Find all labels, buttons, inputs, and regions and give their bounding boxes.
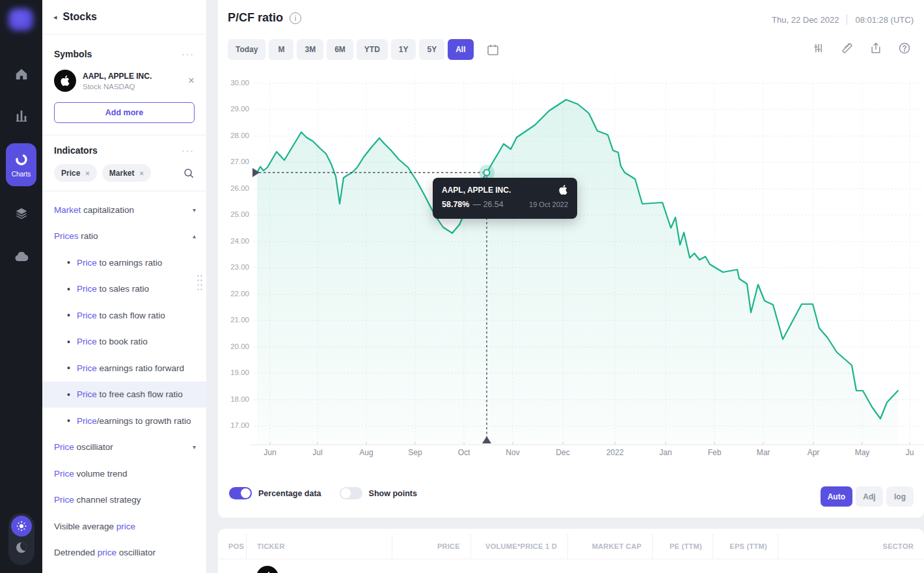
- y-axis-label: 24.00: [221, 237, 249, 245]
- range-button-ytd[interactable]: YTD: [357, 39, 388, 60]
- x-axis-label: Ju: [895, 448, 924, 457]
- info-icon[interactable]: i: [290, 12, 301, 24]
- x-axis-label: 2022: [601, 448, 629, 457]
- remove-symbol-icon[interactable]: ×: [188, 74, 195, 87]
- home-icon[interactable]: [0, 67, 42, 81]
- indicators-heading: Indicators: [54, 145, 98, 156]
- scale-button-adj[interactable]: Adj: [856, 486, 883, 507]
- calendar-icon[interactable]: [486, 43, 500, 57]
- table-row[interactable]: 1 AAPL: [218, 559, 924, 573]
- y-axis-label: 20.00: [221, 342, 249, 350]
- range-button-6m[interactable]: 6M: [327, 39, 353, 60]
- remove-filter-icon[interactable]: ×: [85, 169, 89, 177]
- scale-button-log[interactable]: log: [886, 486, 914, 507]
- x-axis-label: Jun: [256, 448, 284, 457]
- dark-theme-button moon-icon[interactable]: [16, 542, 27, 553]
- indicator-item[interactable]: Prices ratio▴: [42, 223, 206, 250]
- symbols-menu-icon[interactable]: ···: [182, 49, 195, 59]
- highlighted-point: [484, 170, 490, 176]
- indicator-filters: Price × Market ×: [42, 164, 206, 182]
- indicator-item[interactable]: Price volume trend: [42, 460, 206, 487]
- x-axis-label: Sep: [401, 448, 429, 457]
- x-axis-label: Aug: [352, 448, 381, 457]
- indicator-item[interactable]: Detrended price oscilliator: [42, 540, 206, 566]
- x-axis-label: Nov: [498, 448, 527, 457]
- measure-ruler-icon[interactable]: [841, 42, 854, 55]
- range-button-5y[interactable]: 5Y: [419, 39, 444, 60]
- column-header[interactable]: POS: [218, 534, 246, 559]
- indicator-item[interactable]: •Price to earnings ratio: [42, 249, 206, 276]
- indicator-item[interactable]: •Price to book ratio: [42, 329, 206, 356]
- apple-logo-avatar: [54, 70, 76, 92]
- analytics-icon[interactable]: [0, 108, 42, 122]
- column-header[interactable]: SECTOR: [778, 534, 924, 559]
- scale-button-auto[interactable]: Auto: [821, 486, 852, 507]
- datetime-divider: [847, 14, 847, 25]
- layers-icon[interactable]: [0, 206, 42, 221]
- y-axis-label: 18.00: [221, 395, 249, 403]
- indicator-item[interactable]: •Price to sales ratio: [42, 276, 206, 303]
- symbol-subtitle: Stock NASDAQ: [83, 83, 152, 91]
- indicator-item[interactable]: •Price to free cash flow ratio: [42, 382, 206, 408]
- help-icon[interactable]: [898, 42, 911, 55]
- filter-pill-price[interactable]: Price ×: [54, 164, 97, 182]
- column-header[interactable]: PRICE: [392, 534, 470, 559]
- app-logo[interactable]: [8, 8, 33, 31]
- range-button-m[interactable]: M: [269, 39, 293, 60]
- chart-area: [257, 100, 898, 445]
- chart-card: P/CF ratio i Thu, 22 Dec 2022 08:01:28 (…: [218, 0, 924, 518]
- indicator-item[interactable]: •Price earnings ratio forward: [42, 355, 206, 382]
- indicators-menu-icon[interactable]: ···: [182, 145, 195, 156]
- column-header[interactable]: MARKET CAP: [567, 534, 652, 559]
- theme-toggle[interactable]: [8, 513, 34, 565]
- column-header[interactable]: EPS (TTM): [713, 534, 778, 559]
- y-axis-label: 19.00: [221, 369, 249, 376]
- percentage-data-toggle[interactable]: [229, 487, 252, 499]
- search-icon[interactable]: [183, 167, 195, 179]
- light-theme-button[interactable]: [11, 516, 32, 537]
- add-more-button[interactable]: Add more: [54, 102, 195, 123]
- indicator-item[interactable]: Price channel strategy: [42, 487, 206, 514]
- indicator-item[interactable]: •Price/earnings to growth ratio: [42, 408, 206, 434]
- show-points-toggle[interactable]: [340, 487, 362, 499]
- drag-handle[interactable]: [197, 273, 203, 290]
- indicator-item[interactable]: Market capitalization▾: [42, 197, 206, 223]
- current-date: Thu, 22 Dec 2022: [772, 15, 839, 25]
- price-chart[interactable]: AAPL, APPLE INC. 58.78% — 26.54 19 Oct 2…: [218, 65, 924, 469]
- back-chevron-icon[interactable]: ◂: [53, 13, 57, 21]
- chart-tooltip: AAPL, APPLE INC. 58.78% — 26.54 19 Oct 2…: [433, 178, 577, 219]
- range-button-all[interactable]: All: [448, 39, 473, 60]
- remove-filter-icon[interactable]: ×: [139, 169, 143, 177]
- apple-icon: [558, 185, 568, 195]
- cloud-icon[interactable]: [0, 249, 42, 264]
- y-axis-label: 17.00: [221, 421, 249, 429]
- indicator-item[interactable]: •Price to cash flow ratio: [42, 302, 206, 329]
- watchlist-table: POSTICKERPRICEVOLUME*PRICE 1 DMARKET CAP…: [218, 529, 924, 573]
- page-title: P/CF ratio: [228, 11, 283, 25]
- range-button-3m[interactable]: 3M: [297, 39, 323, 60]
- tooltip-percent: 58.78%: [442, 200, 469, 209]
- tooltip-value: — 26.54: [472, 200, 503, 209]
- y-axis-label: 23.00: [221, 263, 249, 271]
- y-axis-label: 25.00: [221, 210, 249, 218]
- y-axis-label: 27.00: [221, 158, 249, 165]
- column-header[interactable]: TICKER: [246, 534, 392, 559]
- x-axis-label: Jul: [303, 448, 332, 457]
- chart-settings-icon[interactable]: [812, 42, 825, 55]
- x-axis-label: Apr: [799, 448, 828, 457]
- column-header[interactable]: PE (TTM): [652, 534, 713, 559]
- sun-icon: [16, 521, 27, 531]
- panel-title: Stocks: [63, 11, 97, 23]
- filter-pill-market[interactable]: Market ×: [102, 164, 151, 182]
- y-axis-label: 28.00: [221, 132, 249, 139]
- symbol-row[interactable]: AAPL, APPLE INC. Stock NASDAQ ×: [42, 70, 206, 92]
- share-icon[interactable]: [869, 42, 882, 55]
- sidebar-item-charts[interactable]: Charts: [6, 143, 36, 186]
- indicator-item[interactable]: Visible average price: [42, 513, 206, 540]
- range-button-today[interactable]: Today: [228, 39, 265, 60]
- indicator-list: Market capitalization▾Prices ratio▴•Pric…: [42, 197, 206, 566]
- scale-buttons: AutoAdjlog: [821, 486, 914, 507]
- indicator-item[interactable]: Price oscilliator▾: [42, 434, 206, 461]
- column-header[interactable]: VOLUME*PRICE 1 D: [470, 534, 567, 559]
- range-button-1y[interactable]: 1Y: [391, 39, 416, 60]
